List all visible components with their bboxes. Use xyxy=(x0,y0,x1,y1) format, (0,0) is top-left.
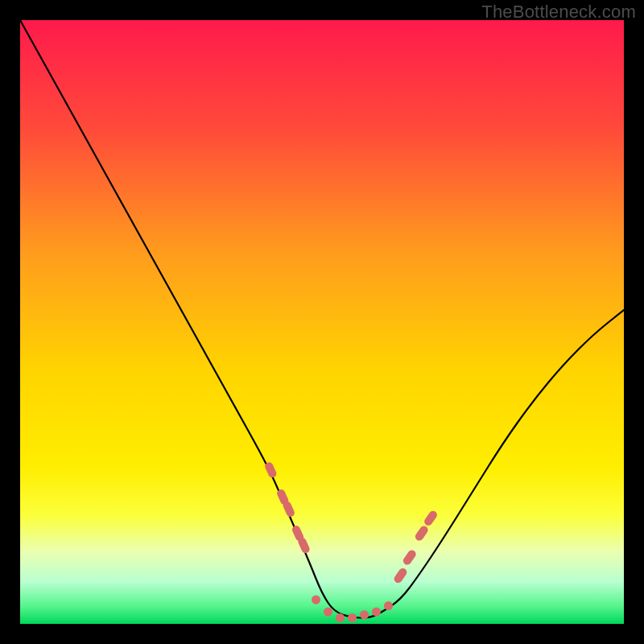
curve-marker xyxy=(324,608,332,617)
curve-marker xyxy=(384,601,393,610)
curve-marker xyxy=(312,596,320,605)
curve-marker xyxy=(348,613,357,622)
gradient-background xyxy=(20,20,624,624)
curve-marker xyxy=(372,608,381,617)
watermark-text: TheBottleneck.com xyxy=(481,2,636,23)
plot-area xyxy=(20,20,624,624)
chart-stage: TheBottleneck.com xyxy=(0,0,644,644)
chart-svg xyxy=(20,20,624,624)
curve-marker xyxy=(336,613,345,622)
curve-marker xyxy=(360,610,369,619)
